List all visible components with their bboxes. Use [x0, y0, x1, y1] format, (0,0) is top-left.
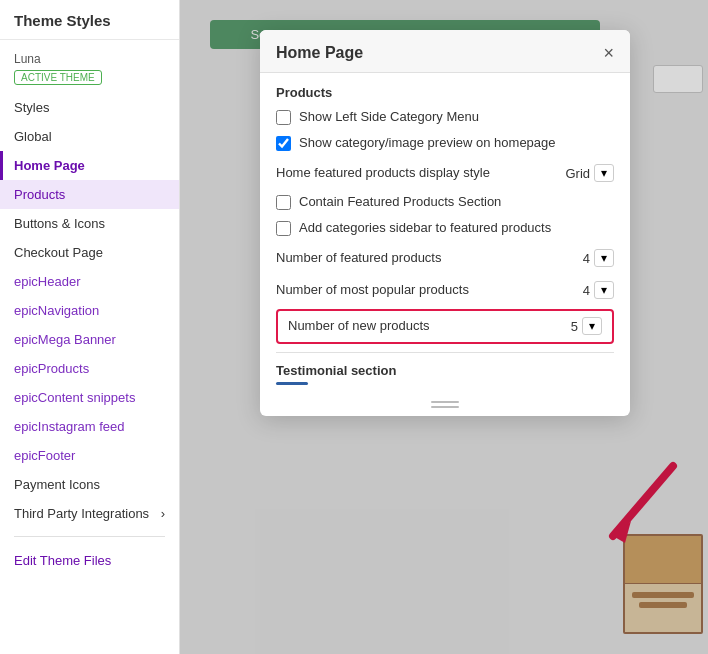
- sidebar-item-styles[interactable]: Styles: [0, 93, 179, 122]
- featured-count-dropdown[interactable]: ▾: [594, 249, 614, 267]
- show-category-label: Show category/image preview on homepage: [299, 134, 556, 152]
- active-theme-badge: ACTIVE THEME: [14, 70, 102, 85]
- featured-display-label: Home featured products display style: [276, 164, 565, 182]
- popular-count-label: Number of most popular products: [276, 281, 583, 299]
- products-section-heading: Products: [276, 85, 614, 100]
- contain-checkbox[interactable]: [276, 195, 291, 210]
- show-left-side-checkbox[interactable]: [276, 110, 291, 125]
- sidebar-item-global[interactable]: Global: [0, 122, 179, 151]
- edit-theme-files-link[interactable]: Edit Theme Files: [0, 545, 179, 576]
- sidebar-item-epicmega[interactable]: epicMega Banner: [0, 325, 179, 354]
- sidebar-item-epicproducts[interactable]: epicProducts: [0, 354, 179, 383]
- categories-checkbox[interactable]: [276, 221, 291, 236]
- featured-display-value: Grid: [565, 166, 590, 181]
- show-left-side-row: Show Left Side Category Menu: [276, 108, 614, 126]
- chevron-right-icon: ›: [161, 506, 165, 521]
- sidebar-item-checkout[interactable]: Checkout Page: [0, 238, 179, 267]
- sidebar-item-epicheader[interactable]: epicHeader: [0, 267, 179, 296]
- testimonial-heading: Testimonial section: [276, 363, 614, 378]
- popular-count-control: 4 ▾: [583, 281, 614, 299]
- featured-count-control: 4 ▾: [583, 249, 614, 267]
- new-count-label: Number of new products: [288, 317, 571, 335]
- main-area: Select Currency: USD ▾ e: [180, 0, 708, 654]
- new-count-dropdown[interactable]: ▾: [582, 317, 602, 335]
- modal-close-button[interactable]: ×: [603, 44, 614, 62]
- modal-dialog: Home Page × Products Show Left Side Cate…: [260, 30, 630, 416]
- sidebar-item-buttons[interactable]: Buttons & Icons: [0, 209, 179, 238]
- featured-count-row: Number of featured products 4 ▾: [276, 245, 614, 271]
- modal-body: Products Show Left Side Category Menu Sh…: [260, 73, 630, 416]
- sidebar-item-label: Third Party Integrations: [14, 506, 149, 521]
- featured-count-value: 4: [583, 251, 590, 266]
- featured-display-row: Home featured products display style Gri…: [276, 160, 614, 186]
- show-category-checkbox[interactable]: [276, 136, 291, 151]
- sidebar-item-products[interactable]: Products: [0, 180, 179, 209]
- popular-count-row: Number of most popular products 4 ▾: [276, 277, 614, 303]
- sidebar-item-homepage[interactable]: Home Page: [0, 151, 179, 180]
- sidebar-nav: Styles Global Home Page Products Buttons…: [0, 93, 179, 528]
- modal-overlay[interactable]: Home Page × Products Show Left Side Cate…: [180, 0, 708, 654]
- sidebar-item-thirdparty[interactable]: Third Party Integrations ›: [0, 499, 179, 528]
- categories-label: Add categories sidebar to featured produ…: [299, 219, 551, 237]
- featured-display-control: Grid ▾: [565, 164, 614, 182]
- testimonial-section: Testimonial section: [276, 352, 614, 416]
- sidebar-item-epicinstagram[interactable]: epicInstagram feed: [0, 412, 179, 441]
- testimonial-lines: [276, 393, 614, 416]
- sidebar-item-epicnavigation[interactable]: epicNavigation: [0, 296, 179, 325]
- featured-display-dropdown[interactable]: ▾: [594, 164, 614, 182]
- categories-checkbox-row: Add categories sidebar to featured produ…: [276, 219, 614, 237]
- popular-count-dropdown[interactable]: ▾: [594, 281, 614, 299]
- show-left-side-label: Show Left Side Category Menu: [299, 108, 479, 126]
- featured-count-label: Number of featured products: [276, 249, 583, 267]
- sidebar: Theme Styles Luna ACTIVE THEME Styles Gl…: [0, 0, 180, 654]
- modal-title: Home Page: [276, 44, 363, 62]
- contain-label: Contain Featured Products Section: [299, 193, 501, 211]
- new-count-row: Number of new products 5 ▾: [276, 309, 614, 343]
- new-count-control: 5 ▾: [571, 317, 602, 335]
- show-category-row: Show category/image preview on homepage: [276, 134, 614, 152]
- new-count-value: 5: [571, 319, 578, 334]
- theme-name: Luna: [0, 48, 179, 68]
- popular-count-value: 4: [583, 283, 590, 298]
- sidebar-title: Theme Styles: [0, 12, 179, 40]
- testimonial-divider: [276, 382, 308, 385]
- sidebar-item-payment[interactable]: Payment Icons: [0, 470, 179, 499]
- modal-header: Home Page ×: [260, 30, 630, 73]
- contain-checkbox-row: Contain Featured Products Section: [276, 193, 614, 211]
- sidebar-divider: [14, 536, 165, 537]
- sidebar-item-epicfooter[interactable]: epicFooter: [0, 441, 179, 470]
- sidebar-item-epiccontent[interactable]: epicContent snippets: [0, 383, 179, 412]
